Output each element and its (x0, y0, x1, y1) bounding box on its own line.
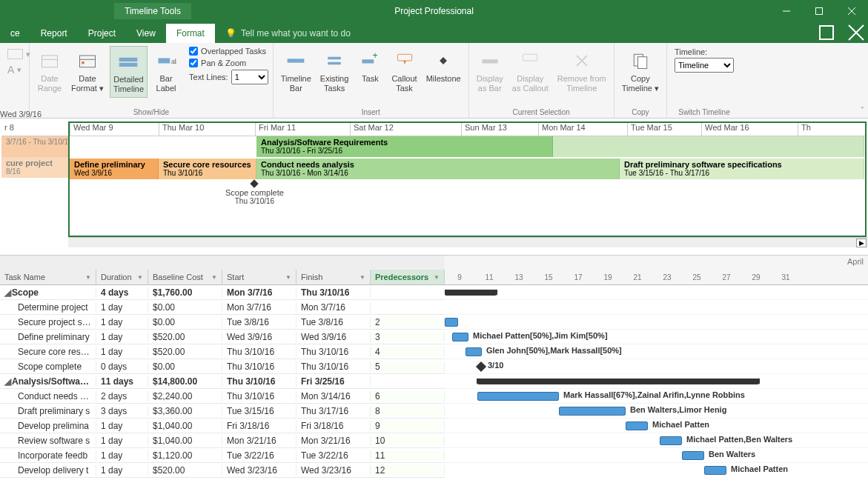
close-button[interactable] (835, 0, 868, 22)
table-row[interactable]: Develop delivery t1 day$520.00Wed 3/23/1… (0, 463, 445, 478)
text-lines-label: Text Lines: (189, 73, 228, 81)
col-duration[interactable]: Duration▼ (96, 270, 148, 284)
timeline-bar[interactable]: Conduct needs analysisThu 3/10/16 - Mon … (256, 159, 620, 179)
table-row[interactable]: Draft preliminary s3 days$3,360.00Tue 3/… (0, 404, 445, 419)
gantt-day-tick: 29 (741, 273, 771, 281)
pan-zoom-checkbox[interactable]: Pan & Zoom (189, 58, 268, 68)
copy-icon (629, 49, 652, 73)
table-row[interactable]: Incorporate feedb1 day$1,120.00Tue 3/22/… (0, 448, 445, 463)
bar-label-button[interactable]: ab Bar Label (150, 46, 182, 96)
svg-rect-11 (82, 61, 85, 64)
scroll-right-icon[interactable]: ▶ (856, 239, 867, 247)
gantt-bar-label: Ben Walters (709, 450, 755, 459)
gantt-milestone[interactable] (476, 361, 486, 372)
display-as-bar-button[interactable]: Display as Bar (474, 46, 506, 96)
timeline-milestone[interactable]: Scope complete Thu 3/10/16 (225, 181, 284, 205)
task-button[interactable]: +Task (354, 46, 385, 87)
gantt-bar[interactable] (477, 379, 759, 384)
calendar-icon (76, 49, 99, 73)
collapse-ribbon-button[interactable]: ˆ (861, 107, 864, 115)
date-range-button[interactable]: Date Range (34, 46, 65, 96)
timeline-bar[interactable]: Draft preliminary software specification… (620, 159, 864, 179)
gantt-month-label: April (847, 257, 864, 266)
gantt-chart[interactable]: April 91113151719212325272931 Michael Pa… (445, 256, 868, 477)
table-row[interactable]: Determine project1 day$0.00Mon 3/7/16Mon… (0, 300, 445, 315)
gantt-bar[interactable] (559, 407, 626, 416)
svg-rect-7 (42, 56, 58, 67)
timeline-prev-date: Wed 3/9/16 (0, 110, 42, 119)
timeline-view[interactable]: r 8 3/7/16 - Thu 3/10/16 cure project 8/… (68, 121, 867, 237)
date-format-button[interactable]: Date Format ▾ (68, 46, 107, 96)
contextual-tab-label: Timeline Tools (114, 3, 191, 19)
doc-close-button[interactable] (847, 24, 865, 41)
gantt-bar[interactable] (445, 318, 458, 327)
minimize-button[interactable] (770, 0, 803, 22)
overlapped-tasks-checkbox[interactable]: Overlapped Tasks (189, 46, 268, 56)
timeline-day-tick: Mon Mar 14 (538, 123, 627, 136)
tab-format[interactable]: Format (166, 24, 215, 43)
gantt-row: Michael Patten (445, 419, 868, 433)
gantt-bar-label: Michael Patten,Ben Walters (686, 435, 792, 444)
task-plus-icon: + (358, 49, 382, 73)
gantt-bar[interactable] (704, 466, 726, 475)
text-lines-select[interactable]: 1 (231, 70, 268, 84)
gantt-row: Michael Patten,Ben Walters (445, 433, 868, 448)
gantt-bar[interactable] (477, 392, 559, 401)
gantt-bar-label: 3/10 (488, 361, 503, 370)
col-finish[interactable]: Finish▼ (296, 270, 371, 284)
tell-me-search[interactable]: 💡 Tell me what you want to do (215, 24, 361, 43)
col-predecessors[interactable]: Predecessors▼ (371, 270, 445, 284)
copy-timeline-button[interactable]: Copy Timeline ▾ (619, 46, 662, 96)
gantt-day-tick: 21 (623, 273, 652, 281)
maximize-button[interactable] (803, 0, 835, 22)
remove-from-timeline-button[interactable]: Remove from Timeline (554, 46, 609, 96)
display-as-callout-button[interactable]: Display as Callout (509, 46, 551, 96)
table-row[interactable]: Secure core resour1 day$520.00Thu 3/10/1… (0, 344, 445, 359)
table-row[interactable]: Review software s1 day$1,040.00Mon 3/21/… (0, 433, 445, 448)
doc-restore-button[interactable] (818, 24, 835, 41)
gantt-day-tick: 19 (593, 273, 623, 281)
table-row[interactable]: Define preliminary1 day$520.00Wed 3/9/16… (0, 330, 445, 344)
timeline-bar[interactable]: Secure core resourcesThu 3/10/16 (159, 159, 256, 179)
gantt-bar[interactable] (452, 333, 468, 341)
gantt-header: April 91113151719212325272931 (445, 256, 868, 285)
tab-view[interactable]: View (126, 24, 166, 43)
gantt-row: Mark Hassall[67%],Zainal Arifin,Lynne Ro… (445, 389, 868, 404)
milestone-button[interactable]: Milestone (423, 46, 464, 87)
col-baseline-cost[interactable]: Baseline Cost▼ (148, 270, 222, 284)
svg-rect-28 (637, 57, 646, 69)
tab-partial[interactable]: ce (0, 24, 30, 43)
timeline-bar-button[interactable]: Timeline Bar (278, 46, 314, 96)
timeline-bar[interactable]: Define preliminaryWed 3/9/16 (70, 159, 159, 179)
gantt-bar[interactable] (660, 436, 682, 445)
svg-rect-14 (159, 59, 170, 64)
svg-rect-12 (119, 58, 138, 61)
gantt-day-tick: 25 (682, 273, 712, 281)
group-current-selection: Current Selection (474, 107, 609, 116)
table-row[interactable]: Scope complete0 days$0.00Thu 3/10/16Thu … (0, 359, 445, 374)
gantt-bar[interactable] (682, 451, 704, 460)
gantt-row: Michael Patten[50%],Jim Kim[50%] (445, 330, 868, 344)
gantt-bar-label: Ben Walters,Limor Henig (630, 405, 726, 414)
timeline-bar[interactable] (553, 136, 864, 157)
gantt-bar[interactable] (445, 290, 497, 296)
col-start[interactable]: Start▼ (222, 270, 296, 284)
table-row[interactable]: Develop prelimina1 day$1,040.00Fri 3/18/… (0, 419, 445, 433)
table-row[interactable]: ◢Scope4 days$1,760.00Mon 3/7/16Thu 3/10/… (0, 285, 445, 300)
gantt-bar[interactable] (626, 421, 648, 430)
milestone-label: Scope complete (225, 188, 284, 197)
gantt-bar[interactable] (466, 347, 482, 356)
timeline-bar[interactable]: Analysis/Software RequirementsThu 3/10/1… (256, 136, 553, 157)
table-row[interactable]: ◢Analysis/Software R11 days$14,800.00Thu… (0, 374, 445, 389)
tab-report[interactable]: Report (30, 24, 78, 43)
col-task-name[interactable]: Task Name▼ (0, 270, 96, 284)
detailed-timeline-button[interactable]: Detailed Timeline (110, 46, 148, 98)
table-row[interactable]: Secure project spo1 day$0.00Tue 3/8/16Tu… (0, 315, 445, 330)
callout-task-button[interactable]: Callout Task (388, 46, 420, 96)
table-row[interactable]: Conduct needs ana2 days$2,240.00Thu 3/10… (0, 389, 445, 404)
tab-project[interactable]: Project (78, 24, 126, 43)
timeline-date-header: Wed Mar 9Thu Mar 10Fri Mar 11Sat Mar 12S… (70, 123, 865, 136)
existing-tasks-button[interactable]: Existing Tasks (317, 46, 352, 96)
switch-timeline-select[interactable]: Timeline (675, 58, 734, 73)
timeline-scrollbar[interactable]: ▶ (68, 237, 868, 247)
